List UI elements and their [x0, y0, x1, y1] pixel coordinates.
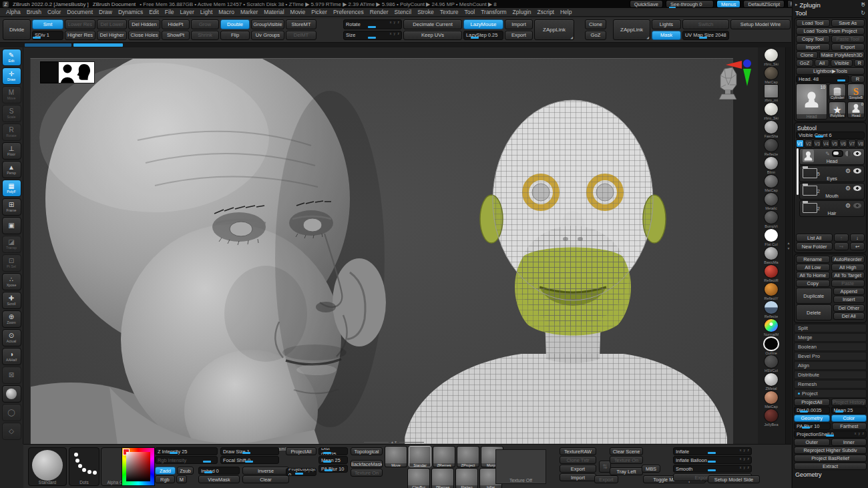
slider-nub[interactable] — [368, 26, 376, 28]
material-reflecte[interactable]: Reflecte — [764, 138, 779, 156]
mask-button[interactable]: Mask — [652, 31, 681, 41]
setup-model-side-button[interactable]: Setup Model Side — [708, 475, 760, 483]
smt-button[interactable]: Smt — [32, 19, 63, 29]
subtool-scrollbar[interactable] — [797, 148, 799, 195]
all-to-target-button[interactable]: All To Target — [831, 272, 865, 279]
material-reflectr[interactable]: ReflectR — [764, 264, 779, 282]
see-through-slider[interactable]: See-through 0 — [666, 0, 714, 8]
section-bevel-pro[interactable]: Bevel Pro — [794, 352, 867, 360]
duplicate-button[interactable]: Duplicate — [796, 288, 832, 304]
contrast-icon[interactable] — [845, 151, 851, 156]
all-low-button[interactable]: All Low — [796, 264, 830, 271]
subtool-item-mouth[interactable]: 2Mouth⚙ — [799, 183, 865, 200]
visible-count-slider[interactable]: Visible Count 6 — [796, 132, 865, 139]
inflate-slider[interactable]: Inflatex y z — [673, 447, 752, 455]
inverse-button[interactable]: Inverse — [242, 467, 289, 475]
head-48-slider[interactable]: Head. 48 — [796, 75, 849, 83]
del-hidden-button[interactable]: Del Hidden — [128, 19, 160, 29]
solo-icon[interactable]: ◯ — [2, 404, 21, 421]
texture-slot[interactable]: Texture Off — [495, 449, 546, 484]
slider-nub[interactable] — [826, 435, 834, 437]
imbed-0-slider[interactable]: Imbed 0 — [198, 467, 240, 475]
clone-button[interactable]: Clone — [585, 19, 606, 29]
storemt-button[interactable]: StoreMT — [286, 19, 316, 29]
toggle-pill-icon[interactable] — [832, 150, 843, 157]
default-zscript-button[interactable]: DefaultZScript — [743, 0, 785, 8]
sdiv-1-slider[interactable]: SDiv 1 — [32, 31, 63, 41]
visibility-eye-icon[interactable] — [853, 150, 862, 157]
showpt-button[interactable]: ShowPt — [162, 31, 190, 41]
export-button[interactable]: Export — [505, 31, 533, 41]
visibility-eye-icon[interactable] — [853, 168, 862, 174]
slider-nub[interactable] — [835, 411, 843, 413]
visible-button[interactable]: Visible — [831, 59, 853, 67]
panel-close-button[interactable]: ✕ — [860, 0, 867, 7]
clone-txtr-button[interactable]: Clone Txtr — [560, 456, 596, 464]
draw-button[interactable]: ✛Draw — [2, 67, 21, 85]
menus-button[interactable]: Menus — [716, 0, 741, 8]
menu-dynamics[interactable]: Dynamics — [116, 9, 146, 15]
projectall-button[interactable]: ProjectAll — [794, 399, 830, 406]
grow-button[interactable]: Grow — [191, 19, 219, 29]
del-all-button[interactable]: Del All — [833, 312, 865, 320]
menu-transform[interactable]: Transform — [478, 9, 509, 15]
polymesh-head-widget[interactable] — [716, 65, 739, 102]
tray-left-button[interactable]: Tray Left — [610, 467, 643, 475]
menu-movie[interactable]: Movie — [288, 9, 308, 15]
append-button[interactable]: Append — [833, 288, 865, 295]
rename-button[interactable]: Rename — [796, 256, 830, 263]
material-blinn[interactable]: Blinn — [764, 156, 779, 174]
tool-thumb-head[interactable]: 0Head — [847, 101, 865, 118]
section-merge[interactable]: Merge — [794, 333, 867, 342]
slider-nub[interactable] — [245, 461, 253, 463]
subtool-tab-v5[interactable]: V5 — [831, 140, 839, 148]
section-remesh[interactable]: Remesh — [794, 380, 867, 389]
scroll-button[interactable]: ✚Scroll — [2, 292, 21, 309]
scroll-up-icon[interactable]: ▲ — [787, 241, 791, 245]
quicksave-button[interactable]: QuickSave — [630, 0, 663, 8]
slider-nub[interactable] — [708, 469, 716, 471]
viewmask-button[interactable]: ViewMask — [198, 475, 240, 483]
double-button[interactable]: Double — [220, 19, 250, 29]
mean-25-slider[interactable]: Mean 25 — [318, 456, 348, 464]
gear-icon[interactable]: ⚙ — [845, 168, 851, 174]
subtool-item-eyes[interactable]: 5Eyes⚙ — [799, 166, 865, 182]
import-button[interactable]: Import — [796, 43, 830, 51]
lazymouse-button[interactable]: LazyMouse — [463, 19, 503, 29]
document-viewport[interactable] — [30, 58, 733, 445]
slider-nub[interactable] — [295, 473, 303, 475]
delete-button[interactable]: Delete — [796, 304, 832, 320]
actual-button[interactable]: ⊙Actual — [2, 329, 21, 346]
slider-nub[interactable] — [170, 452, 178, 454]
texture-on-button[interactable]: Texture On — [610, 456, 643, 464]
menu-stencil[interactable]: Stencil — [392, 9, 415, 15]
material-metalic[interactable]: Metalic — [764, 192, 779, 210]
subtool-item-head[interactable]: Head✎ — [799, 148, 865, 165]
slider-nub[interactable] — [203, 461, 211, 463]
brush-thumb-zremes[interactable]: ZRemes — [433, 446, 455, 467]
copy-button[interactable]: Copy — [796, 280, 830, 287]
slider-nub[interactable] — [800, 411, 808, 413]
material-outline[interactable]: Outline — [763, 336, 779, 354]
geometry-button[interactable]: Geometry — [794, 415, 830, 422]
menu-help[interactable]: Help — [558, 9, 574, 15]
keep-uvs-button[interactable]: Keep UVs — [403, 31, 462, 41]
material-hsvcol[interactable]: HSVCol — [764, 354, 779, 373]
dist-0-0035-slider[interactable]: Dist 0.0035 — [318, 447, 348, 455]
draw-size-1-slider[interactable]: Draw Size 1 — [220, 447, 279, 455]
group-icon[interactable]: ↩ — [850, 242, 865, 250]
pt-sel-button[interactable]: ⊡Pt Sel — [2, 254, 21, 272]
textureraw-button[interactable]: TextureRAW — [560, 447, 596, 455]
r-button[interactable]: R — [854, 59, 865, 67]
section-align[interactable]: Align — [794, 361, 867, 370]
camera-icon[interactable]: ▣ — [2, 217, 21, 234]
new-folder-button[interactable]: New Folder — [796, 242, 833, 250]
color-button[interactable]: Color — [831, 415, 867, 422]
pa-blur-10-slider[interactable]: PA Blur 10 — [318, 465, 348, 473]
clear-scene-button[interactable]: Clear Scene — [610, 447, 643, 455]
subtool-tab-v1[interactable]: V1 — [796, 140, 804, 148]
rotate-slider[interactable]: Rotatex y z — [343, 19, 402, 29]
import-button[interactable]: Import — [560, 473, 596, 481]
size-slider[interactable]: Sizex y z — [343, 31, 402, 41]
scroll-down-icon[interactable]: ▼ — [787, 246, 791, 250]
